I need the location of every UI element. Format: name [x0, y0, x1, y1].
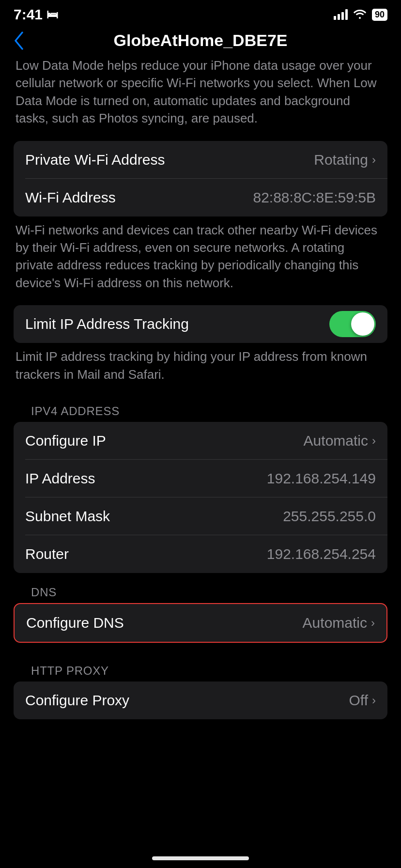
battery-indicator: 90: [372, 9, 387, 21]
wifi-icon: [353, 8, 367, 21]
configure-dns-row[interactable]: Configure DNS Automatic ›: [15, 604, 386, 642]
configure-proxy-label: Configure Proxy: [25, 692, 129, 709]
status-bar: 7:41 🛏 90: [0, 0, 401, 26]
main-content: Low Data Mode helps reduce your iPhone d…: [0, 57, 401, 763]
subnet-mask-row: Subnet Mask 255.255.255.0: [14, 497, 387, 535]
configure-ip-value: Automatic ›: [304, 433, 376, 449]
http-proxy-section-label: HTTP PROXY: [14, 656, 387, 682]
configure-dns-label: Configure DNS: [26, 615, 124, 631]
configure-ip-row[interactable]: Configure IP Automatic ›: [14, 422, 387, 460]
limit-ip-description: Limit IP address tracking by hiding your…: [14, 348, 387, 383]
private-wifi-value: Rotating ›: [314, 152, 376, 168]
limit-ip-label: Limit IP Address Tracking: [25, 316, 189, 332]
subnet-mask-label: Subnet Mask: [25, 508, 110, 525]
status-time: 7:41 🛏: [14, 6, 58, 23]
wifi-track-description: Wi-Fi networks and devices can track oth…: [14, 221, 387, 292]
limit-ip-row[interactable]: Limit IP Address Tracking: [14, 305, 387, 343]
ip-address-value: 192.168.254.149: [267, 470, 376, 487]
time-label: 7:41: [14, 6, 43, 23]
back-button[interactable]: [14, 31, 24, 50]
router-value: 192.168.254.254: [267, 546, 376, 562]
battery-level: 90: [375, 10, 385, 20]
chevron-icon: ›: [372, 434, 376, 448]
configure-ip-label: Configure IP: [25, 433, 106, 449]
status-icons: 90: [334, 8, 387, 21]
wifi-address-value: 82:88:8C:8E:59:5B: [253, 189, 376, 206]
low-data-description: Low Data Mode helps reduce your iPhone d…: [14, 57, 387, 127]
page-title: GlobeAtHome_DBE7E: [114, 31, 288, 50]
configure-proxy-row[interactable]: Configure Proxy Off ›: [14, 682, 387, 719]
chevron-icon: ›: [372, 153, 376, 167]
chevron-icon: ›: [371, 616, 375, 630]
limit-ip-toggle[interactable]: [329, 311, 376, 337]
router-label: Router: [25, 546, 69, 562]
home-bar: [152, 856, 249, 860]
toggle-thumb: [351, 312, 374, 336]
chevron-icon: ›: [372, 694, 376, 707]
ip-address-label: IP Address: [25, 470, 95, 487]
subnet-mask-value: 255.255.255.0: [283, 508, 376, 525]
configure-proxy-value: Off ›: [349, 692, 376, 709]
wifi-address-row: Wi-Fi Address 82:88:8C:8E:59:5B: [14, 179, 387, 217]
ip-address-row: IP Address 192.168.254.149: [14, 460, 387, 497]
ipv4-section-label: IPV4 ADDRESS: [14, 397, 387, 422]
router-row: Router 192.168.254.254: [14, 535, 387, 573]
signal-bars-icon: [334, 9, 348, 20]
proxy-group: Configure Proxy Off ›: [14, 682, 387, 719]
wifi-address-group: Private Wi-Fi Address Rotating › Wi-Fi A…: [14, 141, 387, 217]
wifi-address-label: Wi-Fi Address: [25, 189, 116, 206]
dns-section-label: DNS: [14, 578, 387, 603]
nav-header: GlobeAtHome_DBE7E: [0, 26, 401, 57]
bed-icon: 🛏: [46, 8, 58, 21]
dns-group: Configure DNS Automatic ›: [14, 603, 387, 643]
private-wifi-label: Private Wi-Fi Address: [25, 152, 165, 168]
configure-dns-value: Automatic ›: [303, 615, 375, 631]
limit-ip-group: Limit IP Address Tracking: [14, 305, 387, 343]
private-wifi-row[interactable]: Private Wi-Fi Address Rotating ›: [14, 141, 387, 179]
ipv4-group: Configure IP Automatic › IP Address 192.…: [14, 422, 387, 573]
